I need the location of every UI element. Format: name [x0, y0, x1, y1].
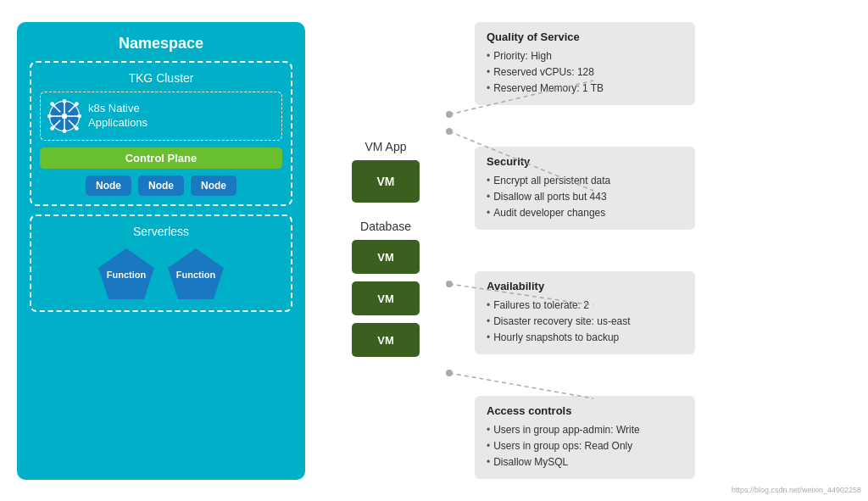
serverless-box: Serverless Function Function — [30, 214, 292, 312]
availability-item-1: Failures to tolerate: 2 — [487, 298, 683, 314]
svg-text:Function: Function — [176, 270, 216, 280]
svg-point-17 — [50, 126, 54, 131]
namespace-box: Namespace TKG Cluster — [17, 22, 305, 480]
pentagon-icon-1: Function — [97, 247, 156, 302]
availability-item-2: Disaster recovery site: us-east — [487, 314, 683, 330]
nodes-row: Node Node Node — [40, 175, 282, 196]
function-item-2: Function — [166, 247, 225, 302]
security-panel: Security Encrypt all persistent data Dis… — [475, 147, 695, 231]
availability-item-3: Hourly snapshots to backup — [487, 330, 683, 346]
security-item-1: Encrypt all persistent data — [487, 173, 683, 189]
security-title: Security — [487, 155, 683, 168]
control-plane-bar: Control Plane — [40, 148, 282, 169]
access-item-3: Disallow MySQL — [487, 454, 683, 470]
pentagon-icon-2: Function — [166, 247, 225, 302]
access-list: Users in group app-admin: Write Users in… — [487, 422, 683, 471]
qos-panel: Quality of Service Priority: High Reserv… — [475, 22, 695, 106]
db-vms: VM VM VM — [352, 240, 420, 361]
watermark: https://blog.csdn.net/weixin_44902258 — [732, 486, 861, 494]
node-box-1: Node — [86, 175, 131, 196]
qos-title: Quality of Service — [487, 31, 683, 43]
db-vm-2: VM — [352, 281, 420, 315]
security-list: Encrypt all persistent data Disallow all… — [487, 173, 683, 222]
qos-item-2: Reserved vCPUs: 128 — [487, 64, 683, 81]
k8s-label: k8s NativeApplications — [88, 102, 147, 131]
access-panel: Access controls Users in group app-admin… — [475, 396, 695, 480]
availability-panel: Availability Failures to tolerate: 2 Dis… — [475, 271, 695, 355]
vm-app-label: VM App — [364, 140, 406, 153]
db-vm-1: VM — [352, 240, 420, 274]
security-item-2: Disallow all ports but 443 — [487, 189, 683, 205]
svg-text:Function: Function — [107, 270, 147, 280]
qos-item-1: Priority: High — [487, 48, 683, 64]
svg-point-15 — [75, 126, 79, 131]
svg-point-10 — [63, 99, 67, 103]
availability-list: Failures to tolerate: 2 Disaster recover… — [487, 298, 683, 347]
vm-app-section: VM App VM — [352, 140, 420, 203]
function-item-1: Function — [97, 247, 156, 302]
node-box-3: Node — [191, 175, 236, 196]
svg-point-11 — [63, 129, 67, 133]
serverless-title: Serverless — [40, 225, 282, 238]
main-wrapper: Namespace TKG Cluster — [0, 0, 868, 501]
right-panels: Quality of Service Priority: High Reserv… — [449, 22, 851, 480]
vm-app-box: VM — [352, 160, 420, 203]
k8s-app-box: k8s NativeApplications — [40, 92, 282, 141]
functions-row: Function Function — [40, 247, 282, 302]
node-box-2: Node — [138, 175, 184, 196]
svg-point-1 — [62, 113, 67, 118]
svg-point-16 — [75, 102, 79, 106]
svg-point-14 — [50, 102, 54, 106]
security-item-3: Audit developer changes — [487, 205, 683, 221]
availability-title: Availability — [487, 280, 683, 292]
svg-point-13 — [77, 114, 81, 118]
kubernetes-icon — [47, 99, 81, 133]
tkg-cluster-box: TKG Cluster — [30, 61, 292, 206]
access-title: Access controls — [487, 404, 683, 417]
tkg-cluster-title: TKG Cluster — [40, 71, 282, 85]
main-container: Namespace TKG Cluster — [0, 0, 868, 501]
access-item-1: Users in group app-admin: Write — [487, 422, 683, 438]
access-item-2: Users in group ops: Read Only — [487, 438, 683, 454]
middle-column: VM App VM Database VM VM VM — [322, 140, 449, 361]
qos-item-3: Reserved Memory: 1 TB — [487, 81, 683, 97]
svg-point-12 — [47, 114, 52, 118]
db-vm-3: VM — [352, 323, 420, 357]
qos-list: Priority: High Reserved vCPUs: 128 Reser… — [487, 48, 683, 97]
namespace-title: Namespace — [30, 35, 292, 53]
database-section: Database VM VM VM — [352, 220, 420, 361]
database-label: Database — [360, 220, 411, 233]
